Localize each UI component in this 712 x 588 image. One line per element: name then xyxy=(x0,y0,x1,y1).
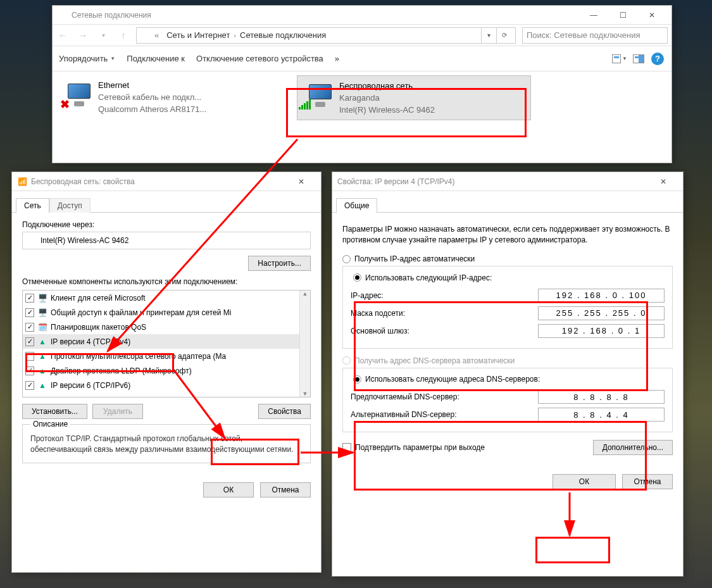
close-button[interactable]: ✕ xyxy=(287,172,316,191)
conn-label: Подключение через: xyxy=(22,220,311,229)
network-icon: 📶 xyxy=(17,177,27,187)
ok-button[interactable]: ОК xyxy=(553,474,616,489)
tab-network[interactable]: Сеть xyxy=(16,198,49,213)
connect-to[interactable]: Подключение к xyxy=(127,54,185,63)
list-item[interactable]: ▲Протокол мультиплексора сетевого адапте… xyxy=(23,349,310,363)
forward-button[interactable]: → xyxy=(73,26,93,45)
ip-address-input[interactable]: 192 . 168 . 0 . 100 xyxy=(538,289,665,303)
configure-button[interactable]: Настроить... xyxy=(248,256,311,271)
install-button[interactable]: Установить... xyxy=(22,404,87,419)
close-button[interactable]: ✕ xyxy=(637,6,666,25)
recent-button[interactable]: ▾ xyxy=(93,26,113,45)
preview-pane-icon[interactable] xyxy=(631,51,646,66)
subnet-mask-input[interactable]: 255 . 255 . 255 . 0 xyxy=(538,306,665,320)
radio-auto-ip[interactable]: Получить IP-адрес автоматически xyxy=(342,254,673,263)
remove-button: Удалить xyxy=(92,404,143,419)
crumb-1[interactable]: Сеть и Интернет xyxy=(166,30,230,40)
crumb-2[interactable]: Сетевые подключения xyxy=(240,30,326,40)
description-text: Протокол TCP/IP. Стандартный протокол гл… xyxy=(30,434,303,455)
dialog-title: Свойства: IP версии 4 (TCP/IPv4) xyxy=(337,177,455,186)
folder-icon xyxy=(141,30,151,41)
list-item-ipv4[interactable]: ✓▲IP версии 4 (TCP/IPv4) xyxy=(23,334,310,349)
back-button[interactable]: ← xyxy=(53,26,73,45)
device-box: Intel(R) Wireless-AC 9462 xyxy=(22,232,311,249)
more-commands[interactable]: » xyxy=(335,54,339,63)
radio-manual-dns[interactable]: Использовать следующие адреса DNS-сервер… xyxy=(351,375,542,384)
disable-device[interactable]: Отключение сетевого устройства xyxy=(196,54,323,63)
description-title: Описание xyxy=(30,420,70,428)
list-item[interactable]: ✓🖥️Общий доступ к файлам и принтерам для… xyxy=(23,305,310,320)
list-label: Отмеченные компоненты используются этим … xyxy=(22,277,311,286)
list-item[interactable]: ✓▲IP версии 6 (TCP/IPv6) xyxy=(23,378,310,392)
refresh-button[interactable]: ⟳ xyxy=(496,27,511,44)
list-item[interactable]: ✓▲Драйвер протокола LLDP (Майкрософт) xyxy=(23,363,310,378)
components-list[interactable]: ✓🖥️Клиент для сетей Microsoft ✓🖥️Общий д… xyxy=(22,290,311,397)
confirm-checkbox[interactable]: Подтвердить параметры при выходе xyxy=(342,443,485,452)
manual-dns-group: Использовать следующие адреса DNS-сервер… xyxy=(342,368,673,433)
minimize-button[interactable]: — xyxy=(579,6,608,25)
properties-button[interactable]: Свойства xyxy=(258,404,311,419)
manual-ip-group: Использовать следующий IP-адрес: IP-адре… xyxy=(342,266,673,349)
radio-manual-ip[interactable]: Использовать следующий IP-адрес: xyxy=(351,273,494,282)
adapter-icon: ✖ xyxy=(60,79,98,111)
advanced-button[interactable]: Дополнительно... xyxy=(593,440,673,455)
gateway-input[interactable]: 192 . 168 . 0 . 1 xyxy=(538,324,665,338)
maximize-button[interactable]: ☐ xyxy=(608,6,637,25)
cancel-button[interactable]: Отмена xyxy=(622,474,673,489)
network-icon xyxy=(58,10,68,20)
dns2-input[interactable]: 8 . 8 . 4 . 4 xyxy=(538,408,665,422)
close-button[interactable]: ✕ xyxy=(649,172,678,191)
help-icon[interactable]: ? xyxy=(650,51,665,66)
adapter-wireless[interactable]: Беспроводная сеть Karaganda Intel(R) Wir… xyxy=(297,75,531,120)
organize-menu[interactable]: Упорядочить▼ xyxy=(59,54,115,63)
up-button[interactable]: ↑ xyxy=(113,26,134,45)
adapter-ethernet[interactable]: ✖ Ethernet Сетевой кабель не подкл... Qu… xyxy=(56,75,290,120)
addr-dropdown[interactable]: ▾ xyxy=(481,27,496,44)
scrollbar[interactable]: ▲ ▼ xyxy=(299,291,310,397)
tab-access[interactable]: Доступ xyxy=(49,198,91,213)
adapter-icon xyxy=(27,235,37,246)
list-item[interactable]: ✓🗓️Планировщик пакетов QoS xyxy=(23,320,310,334)
cancel-button[interactable]: Отмена xyxy=(260,482,311,497)
radio-auto-dns: Получить адрес DNS-сервера автоматически xyxy=(342,356,673,365)
list-item[interactable]: ✓🖥️Клиент для сетей Microsoft xyxy=(23,291,310,305)
dns1-input[interactable]: 8 . 8 . 8 . 8 xyxy=(538,390,665,404)
search-input[interactable]: Поиск: Сетевые подключения xyxy=(522,27,668,44)
ok-button[interactable]: ОК xyxy=(203,482,254,497)
dialog-title: Беспроводная сеть: свойства xyxy=(31,177,135,186)
window-title: Сетевые подключения xyxy=(72,11,151,20)
adapter-icon xyxy=(301,80,339,111)
view-options-icon[interactable]: ▼ xyxy=(612,51,627,66)
address-bar[interactable]: « Сеть и Интернет › Сетевые подключения … xyxy=(136,27,516,44)
tab-general[interactable]: Общие xyxy=(336,198,377,213)
info-paragraph: Параметры IP можно назначать автоматичес… xyxy=(342,224,673,246)
